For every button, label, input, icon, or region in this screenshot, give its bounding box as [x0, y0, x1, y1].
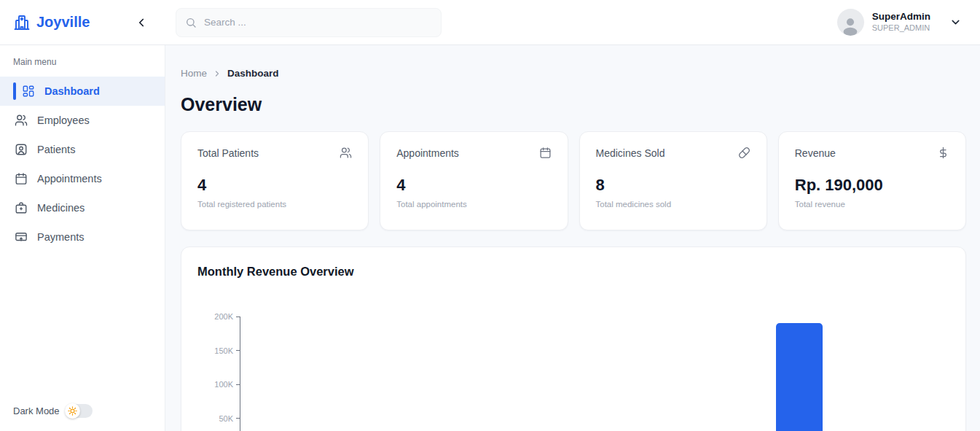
stat-card-value: 4: [197, 176, 352, 194]
chevron-down-icon[interactable]: [949, 16, 962, 28]
stat-card-subtitle: Total appointments: [396, 200, 551, 209]
sidebar-item-appointments[interactable]: Appointments: [0, 164, 165, 193]
stat-card-total-patients: Total Patients 4 Total registered patien…: [181, 131, 369, 230]
stat-card-value: 4: [396, 176, 551, 194]
search-input[interactable]: [204, 17, 432, 28]
sidebar-item-medicines[interactable]: Medicines: [0, 193, 165, 222]
y-axis-tick: 200K: [181, 311, 240, 322]
stat-card-subtitle: Total registered patients: [197, 200, 352, 209]
y-tick-mark: [236, 317, 240, 317]
stat-card-title: Total Patients: [197, 147, 259, 159]
y-tick-mark: [236, 384, 240, 385]
main-content: Home Dashboard Overview Total Patients 4…: [165, 45, 980, 431]
dollar-icon: [937, 147, 949, 159]
sidebar-collapse-button[interactable]: [133, 15, 149, 31]
brand-name: Joyville: [36, 14, 90, 31]
sidebar-item-label: Medicines: [37, 202, 85, 214]
users-icon: [340, 147, 352, 159]
sun-icon: [68, 406, 77, 416]
breadcrumb-current: Dashboard: [227, 68, 279, 79]
revenue-bar[interactable]: [776, 323, 823, 431]
stat-card-appointments: Appointments 4 Total appointments: [380, 131, 568, 230]
sidebar-item-patients[interactable]: Patients: [0, 135, 165, 164]
user-info: SuperAdmin SUPER_ADMIN: [872, 11, 930, 34]
brand-zone: Joyville: [0, 0, 165, 44]
stat-card-revenue: Revenue Rp. 190,000 Total revenue: [778, 131, 966, 230]
sidebar: Main menu Dashboard Employees Patients: [0, 45, 165, 431]
y-tick-label: 100K: [214, 380, 233, 389]
hospital-icon: [13, 14, 31, 31]
chevron-right-icon: [213, 69, 222, 78]
dashboard-grid-icon: [22, 85, 35, 98]
search-icon: [185, 17, 197, 28]
stat-card-subtitle: Total revenue: [795, 200, 949, 209]
y-axis-tick: 150K: [181, 346, 240, 356]
stat-card-value: 8: [596, 176, 750, 194]
medical-bag-icon: [15, 201, 28, 214]
calendar-icon: [539, 147, 552, 159]
sidebar-section-label: Main menu: [13, 57, 165, 67]
page-title: Overview: [181, 95, 980, 114]
toggle-knob: [65, 403, 80, 419]
payment-card-icon: [15, 230, 28, 244]
sidebar-item-label: Patients: [37, 144, 75, 155]
app-root: Joyville SuperAdmin SUPER_ADMIN: [0, 0, 980, 431]
patient-card-icon: [15, 143, 28, 156]
sidebar-item-label: Employees: [37, 114, 90, 126]
sidebar-item-label: Dashboard: [44, 85, 100, 97]
y-tick-mark: [236, 418, 240, 419]
sidebar-item-label: Appointments: [37, 173, 102, 185]
pill-icon: [738, 147, 750, 159]
sidebar-nav: Dashboard Employees Patients Appointment…: [0, 77, 165, 252]
y-axis-line: [240, 317, 240, 431]
stat-cards-row: Total Patients 4 Total registered patien…: [181, 131, 966, 230]
top-header: Joyville SuperAdmin SUPER_ADMIN: [0, 0, 980, 45]
y-tick-mark: [236, 350, 240, 351]
user-name: SuperAdmin: [872, 11, 930, 23]
dark-mode-toggle[interactable]: [66, 404, 93, 418]
stat-card-subtitle: Total medicines sold: [596, 200, 750, 209]
search-bar[interactable]: [176, 8, 442, 37]
calendar-icon: [15, 172, 28, 185]
revenue-chart-card: Monthly Revenue Overview 200K150K100K50K: [181, 246, 966, 431]
revenue-chart: 200K150K100K50K: [181, 247, 965, 431]
brand-logo[interactable]: Joyville: [13, 14, 90, 31]
stat-card-value: Rp. 190,000: [795, 176, 949, 194]
y-tick-label: 200K: [214, 312, 233, 321]
y-axis-tick: 50K: [181, 413, 240, 424]
chevron-left-icon: [135, 16, 148, 29]
avatar: [837, 9, 864, 36]
y-tick-label: 50K: [219, 414, 233, 423]
users-icon: [15, 114, 28, 127]
stat-card-title: Revenue: [795, 147, 836, 159]
sidebar-item-dashboard[interactable]: Dashboard: [0, 77, 165, 106]
dark-mode-label: Dark Mode: [13, 405, 60, 416]
sidebar-item-employees[interactable]: Employees: [0, 106, 165, 135]
dark-mode-control: Dark Mode: [13, 404, 93, 418]
stat-card-title: Medicines Sold: [596, 147, 665, 159]
y-tick-label: 150K: [214, 346, 233, 355]
y-axis-tick: 100K: [181, 379, 240, 389]
user-role: SUPER_ADMIN: [872, 23, 930, 34]
breadcrumb: Home Dashboard: [181, 68, 980, 79]
stat-card-title: Appointments: [396, 147, 459, 159]
stat-card-medicines-sold: Medicines Sold 8 Total medicines sold: [579, 131, 767, 230]
sidebar-item-label: Payments: [37, 231, 84, 243]
user-menu[interactable]: SuperAdmin SUPER_ADMIN: [837, 9, 962, 36]
breadcrumb-home[interactable]: Home: [181, 68, 207, 79]
sidebar-item-payments[interactable]: Payments: [0, 222, 165, 252]
